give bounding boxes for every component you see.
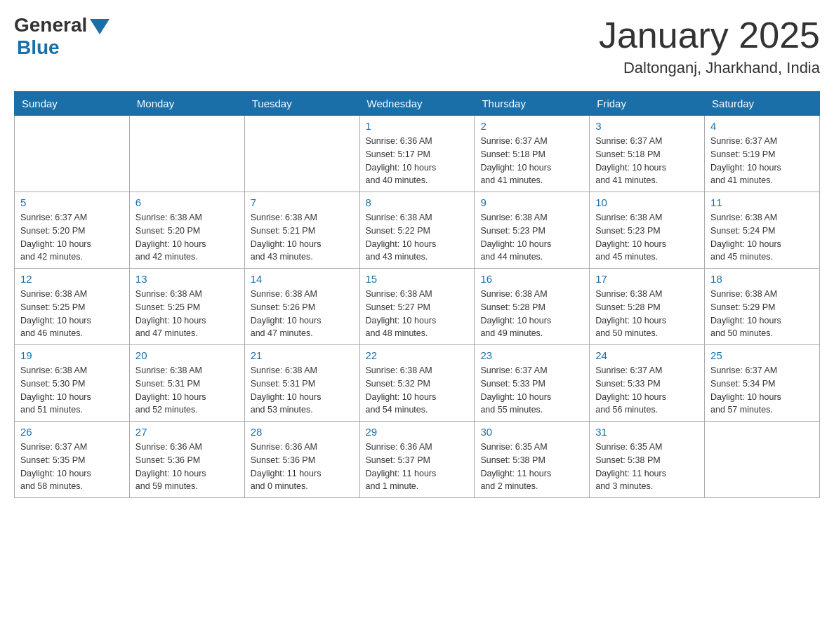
calendar-cell: 21Sunrise: 6:38 AM Sunset: 5:31 PM Dayli…: [244, 345, 359, 422]
day-info: Sunrise: 6:38 AM Sunset: 5:22 PM Dayligh…: [366, 211, 469, 264]
day-info: Sunrise: 6:38 AM Sunset: 5:29 PM Dayligh…: [710, 288, 814, 340]
day-info: Sunrise: 6:38 AM Sunset: 5:23 PM Dayligh…: [595, 211, 699, 264]
title-section: January 2025 Daltonganj, Jharkhand, Indi…: [599, 14, 820, 77]
day-info: Sunrise: 6:36 AM Sunset: 5:36 PM Dayligh…: [251, 441, 354, 493]
day-number: 8: [366, 196, 469, 208]
calendar-cell: 10Sunrise: 6:38 AM Sunset: 5:23 PM Dayli…: [590, 192, 705, 269]
day-number: 4: [710, 120, 814, 132]
calendar-cell: [244, 116, 359, 192]
day-number: 20: [135, 349, 239, 361]
day-number: 28: [251, 426, 354, 438]
weekday-header-tuesday: Tuesday: [244, 92, 359, 116]
page-header: General Blue January 2025 Daltonganj, Jh…: [14, 14, 820, 77]
day-info: Sunrise: 6:38 AM Sunset: 5:31 PM Dayligh…: [251, 364, 354, 417]
day-number: 22: [366, 349, 469, 361]
calendar-cell: 14Sunrise: 6:38 AM Sunset: 5:26 PM Dayli…: [244, 269, 359, 345]
day-info: Sunrise: 6:38 AM Sunset: 5:27 PM Dayligh…: [366, 288, 469, 340]
calendar-cell: 26Sunrise: 6:37 AM Sunset: 5:35 PM Dayli…: [15, 422, 130, 498]
day-number: 11: [710, 196, 814, 208]
calendar-cell: 4Sunrise: 6:37 AM Sunset: 5:19 PM Daylig…: [705, 116, 820, 192]
calendar-cell: 9Sunrise: 6:38 AM Sunset: 5:23 PM Daylig…: [475, 192, 590, 269]
calendar-cell: [705, 422, 820, 498]
day-number: 16: [480, 273, 583, 285]
day-info: Sunrise: 6:36 AM Sunset: 5:36 PM Dayligh…: [135, 441, 239, 493]
calendar-cell: 13Sunrise: 6:38 AM Sunset: 5:25 PM Dayli…: [129, 269, 244, 345]
day-info: Sunrise: 6:36 AM Sunset: 5:37 PM Dayligh…: [366, 441, 469, 493]
day-number: 1: [366, 120, 469, 132]
calendar-header-row: SundayMondayTuesdayWednesdayThursdayFrid…: [15, 92, 820, 116]
logo-triangle-icon: [90, 19, 110, 34]
day-number: 12: [20, 273, 124, 285]
day-number: 2: [480, 120, 583, 132]
day-number: 18: [710, 273, 814, 285]
calendar-cell: 16Sunrise: 6:38 AM Sunset: 5:28 PM Dayli…: [475, 269, 590, 345]
day-number: 14: [251, 273, 354, 285]
calendar-cell: 3Sunrise: 6:37 AM Sunset: 5:18 PM Daylig…: [590, 116, 705, 192]
calendar-cell: 6Sunrise: 6:38 AM Sunset: 5:20 PM Daylig…: [129, 192, 244, 269]
day-number: 3: [595, 120, 699, 132]
calendar-week-row: 1Sunrise: 6:36 AM Sunset: 5:17 PM Daylig…: [15, 116, 820, 192]
day-info: Sunrise: 6:38 AM Sunset: 5:28 PM Dayligh…: [480, 288, 583, 340]
day-number: 23: [480, 349, 583, 361]
day-number: 9: [480, 196, 583, 208]
day-number: 29: [366, 426, 469, 438]
calendar-cell: 2Sunrise: 6:37 AM Sunset: 5:18 PM Daylig…: [475, 116, 590, 192]
day-number: 27: [135, 426, 239, 438]
day-info: Sunrise: 6:38 AM Sunset: 5:20 PM Dayligh…: [135, 211, 239, 264]
calendar-cell: 27Sunrise: 6:36 AM Sunset: 5:36 PM Dayli…: [129, 422, 244, 498]
calendar-cell: 29Sunrise: 6:36 AM Sunset: 5:37 PM Dayli…: [359, 422, 475, 498]
calendar-cell: 19Sunrise: 6:38 AM Sunset: 5:30 PM Dayli…: [15, 345, 130, 422]
calendar-table: SundayMondayTuesdayWednesdayThursdayFrid…: [14, 91, 820, 498]
calendar-cell: [15, 116, 130, 192]
day-number: 15: [366, 273, 469, 285]
day-number: 25: [710, 349, 814, 361]
logo: General Blue: [14, 14, 110, 59]
weekday-header-wednesday: Wednesday: [359, 92, 475, 116]
day-info: Sunrise: 6:38 AM Sunset: 5:25 PM Dayligh…: [135, 288, 239, 340]
calendar-cell: 25Sunrise: 6:37 AM Sunset: 5:34 PM Dayli…: [705, 345, 820, 422]
calendar-cell: 8Sunrise: 6:38 AM Sunset: 5:22 PM Daylig…: [359, 192, 475, 269]
day-info: Sunrise: 6:38 AM Sunset: 5:32 PM Dayligh…: [366, 364, 469, 417]
day-info: Sunrise: 6:37 AM Sunset: 5:18 PM Dayligh…: [595, 135, 699, 187]
day-info: Sunrise: 6:38 AM Sunset: 5:25 PM Dayligh…: [20, 288, 124, 340]
day-number: 13: [135, 273, 239, 285]
day-number: 5: [20, 196, 124, 208]
calendar-cell: 12Sunrise: 6:38 AM Sunset: 5:25 PM Dayli…: [15, 269, 130, 345]
day-info: Sunrise: 6:37 AM Sunset: 5:19 PM Dayligh…: [710, 135, 814, 187]
weekday-header-saturday: Saturday: [705, 92, 820, 116]
day-number: 21: [251, 349, 354, 361]
calendar-cell: 17Sunrise: 6:38 AM Sunset: 5:28 PM Dayli…: [590, 269, 705, 345]
logo-general-text: General: [14, 14, 87, 36]
calendar-cell: [129, 116, 244, 192]
day-number: 24: [595, 349, 699, 361]
calendar-week-row: 12Sunrise: 6:38 AM Sunset: 5:25 PM Dayli…: [15, 269, 820, 345]
calendar-cell: 22Sunrise: 6:38 AM Sunset: 5:32 PM Dayli…: [359, 345, 475, 422]
weekday-header-monday: Monday: [129, 92, 244, 116]
calendar-cell: 24Sunrise: 6:37 AM Sunset: 5:33 PM Dayli…: [590, 345, 705, 422]
calendar-cell: 18Sunrise: 6:38 AM Sunset: 5:29 PM Dayli…: [705, 269, 820, 345]
day-info: Sunrise: 6:38 AM Sunset: 5:23 PM Dayligh…: [480, 211, 583, 264]
calendar-cell: 23Sunrise: 6:37 AM Sunset: 5:33 PM Dayli…: [475, 345, 590, 422]
calendar-cell: 11Sunrise: 6:38 AM Sunset: 5:24 PM Dayli…: [705, 192, 820, 269]
day-info: Sunrise: 6:38 AM Sunset: 5:21 PM Dayligh…: [251, 211, 354, 264]
day-info: Sunrise: 6:38 AM Sunset: 5:26 PM Dayligh…: [251, 288, 354, 340]
calendar-cell: 5Sunrise: 6:37 AM Sunset: 5:20 PM Daylig…: [15, 192, 130, 269]
logo-blue-text: Blue: [17, 36, 60, 59]
day-info: Sunrise: 6:36 AM Sunset: 5:17 PM Dayligh…: [366, 135, 469, 187]
day-number: 30: [480, 426, 583, 438]
month-title: January 2025: [599, 14, 820, 56]
day-number: 17: [595, 273, 699, 285]
weekday-header-thursday: Thursday: [475, 92, 590, 116]
day-number: 19: [20, 349, 124, 361]
calendar-cell: 7Sunrise: 6:38 AM Sunset: 5:21 PM Daylig…: [244, 192, 359, 269]
calendar-cell: 20Sunrise: 6:38 AM Sunset: 5:31 PM Dayli…: [129, 345, 244, 422]
day-info: Sunrise: 6:37 AM Sunset: 5:35 PM Dayligh…: [20, 441, 124, 493]
day-info: Sunrise: 6:37 AM Sunset: 5:33 PM Dayligh…: [480, 364, 583, 417]
day-number: 6: [135, 196, 239, 208]
calendar-cell: 15Sunrise: 6:38 AM Sunset: 5:27 PM Dayli…: [359, 269, 475, 345]
calendar-cell: 30Sunrise: 6:35 AM Sunset: 5:38 PM Dayli…: [475, 422, 590, 498]
calendar-cell: 31Sunrise: 6:35 AM Sunset: 5:38 PM Dayli…: [590, 422, 705, 498]
weekday-header-sunday: Sunday: [15, 92, 130, 116]
day-info: Sunrise: 6:38 AM Sunset: 5:28 PM Dayligh…: [595, 288, 699, 340]
calendar-cell: 28Sunrise: 6:36 AM Sunset: 5:36 PM Dayli…: [244, 422, 359, 498]
